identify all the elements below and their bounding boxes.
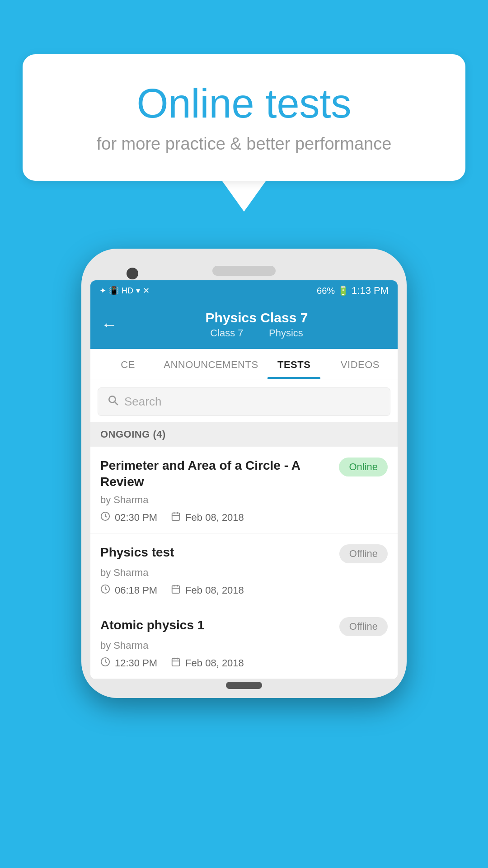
test-item-1-date: Feb 08, 2018	[171, 511, 244, 524]
test-item-3-title: Atomic physics 1	[100, 617, 339, 633]
phone-frame-wrapper: ✦ 📳 HD ▾ ✕ 66% 🔋 1:13 PM ← Physics Class…	[81, 249, 407, 698]
speech-bubble-section: Online tests for more practice & better …	[23, 54, 465, 212]
svg-rect-3	[172, 513, 180, 520]
tests-list: Perimeter and Area of a Circle - A Revie…	[90, 447, 398, 679]
speech-bubble: Online tests for more practice & better …	[23, 54, 465, 181]
calendar-icon-2	[171, 584, 181, 597]
svg-rect-8	[172, 585, 180, 593]
test-item-3[interactable]: Atomic physics 1 Offline by Sharma	[90, 606, 398, 679]
test-item-1-title: Perimeter and Area of a Circle - A Revie…	[100, 458, 339, 491]
clock-icon-1	[100, 511, 110, 524]
test-item-2-author: by Sharma	[100, 567, 388, 579]
search-placeholder: Search	[124, 395, 161, 409]
status-bar-right: 66% 🔋 1:13 PM	[317, 285, 389, 297]
test-item-2-status: Offline	[339, 544, 388, 563]
speech-bubble-tail	[221, 180, 267, 212]
phone-screen: ✦ 📳 HD ▾ ✕ 66% 🔋 1:13 PM ← Physics Class…	[90, 280, 398, 679]
speech-bubble-subtitle: for more practice & better performance	[59, 134, 429, 154]
search-container: Search	[90, 379, 398, 422]
tab-videos[interactable]: VIDEOS	[327, 349, 393, 379]
tab-tests[interactable]: TESTS	[261, 349, 327, 379]
hd-indicator: HD	[122, 286, 133, 296]
test-item-3-author: by Sharma	[100, 640, 388, 651]
status-time: 1:13 PM	[352, 285, 389, 297]
calendar-icon-1	[171, 511, 181, 524]
clock-icon-2	[100, 584, 110, 597]
bluetooth-icon: ✦	[99, 286, 106, 296]
header-subject: Physics	[269, 327, 303, 339]
header-title-group: Physics Class 7 Class 7 Physics	[127, 310, 387, 339]
clock-icon-3	[100, 657, 110, 670]
svg-rect-13	[172, 658, 180, 666]
calendar-icon-3	[171, 657, 181, 670]
signal-icon: ✕	[143, 286, 150, 296]
status-bar-icons: ✦ 📳 HD ▾ ✕	[99, 286, 150, 296]
test-item-3-date: Feb 08, 2018	[171, 657, 244, 670]
test-item-2-time: 06:18 PM	[100, 584, 157, 597]
test-item-2-date: Feb 08, 2018	[171, 584, 244, 597]
speech-bubble-title: Online tests	[59, 81, 429, 126]
test-item-1-status: Online	[339, 458, 388, 476]
back-button[interactable]: ←	[101, 315, 117, 334]
search-bar[interactable]: Search	[98, 387, 390, 416]
header-class: Class 7	[210, 327, 243, 339]
test-item-2-meta: 06:18 PM Feb 08, 201	[100, 584, 388, 597]
search-icon	[107, 394, 119, 409]
svg-point-0	[109, 396, 115, 402]
phone-frame: ✦ 📳 HD ▾ ✕ 66% 🔋 1:13 PM ← Physics Class…	[81, 249, 407, 698]
header-breadcrumb: Class 7 Physics	[127, 327, 387, 339]
test-item-1-top: Perimeter and Area of a Circle - A Revie…	[100, 458, 388, 491]
test-item-3-meta: 12:30 PM Feb 08, 201	[100, 657, 388, 670]
tab-ce[interactable]: CE	[95, 349, 161, 379]
phone-top-bar	[90, 258, 398, 280]
test-item-2[interactable]: Physics test Offline by Sharma	[90, 533, 398, 606]
test-item-1-time: 02:30 PM	[100, 511, 157, 524]
tab-announcements[interactable]: ANNOUNCEMENTS	[161, 349, 261, 379]
section-ongoing: ONGOING (4)	[90, 422, 398, 447]
wifi-icon: ▾	[136, 286, 140, 296]
phone-camera	[127, 268, 138, 279]
test-item-2-title: Physics test	[100, 544, 339, 561]
test-item-3-time: 12:30 PM	[100, 657, 157, 670]
phone-speaker	[212, 266, 276, 276]
test-item-3-status: Offline	[339, 617, 388, 636]
tabs-bar: CE ANNOUNCEMENTS TESTS VIDEOS	[90, 349, 398, 379]
test-item-3-top: Atomic physics 1 Offline	[100, 617, 388, 636]
test-item-1-author: by Sharma	[100, 494, 388, 506]
test-item-2-top: Physics test Offline	[100, 544, 388, 563]
app-header: ← Physics Class 7 Class 7 Physics	[90, 301, 398, 349]
battery-icon: 🔋	[338, 285, 349, 296]
battery-percentage: 66%	[317, 286, 335, 296]
status-bar: ✦ 📳 HD ▾ ✕ 66% 🔋 1:13 PM	[90, 280, 398, 301]
test-item-1[interactable]: Perimeter and Area of a Circle - A Revie…	[90, 447, 398, 533]
phone-home-indicator	[226, 682, 262, 689]
svg-line-1	[115, 402, 118, 405]
header-title: Physics Class 7	[127, 310, 387, 326]
vibrate-icon: 📳	[109, 286, 119, 296]
test-item-1-meta: 02:30 PM Feb 08, 201	[100, 511, 388, 524]
